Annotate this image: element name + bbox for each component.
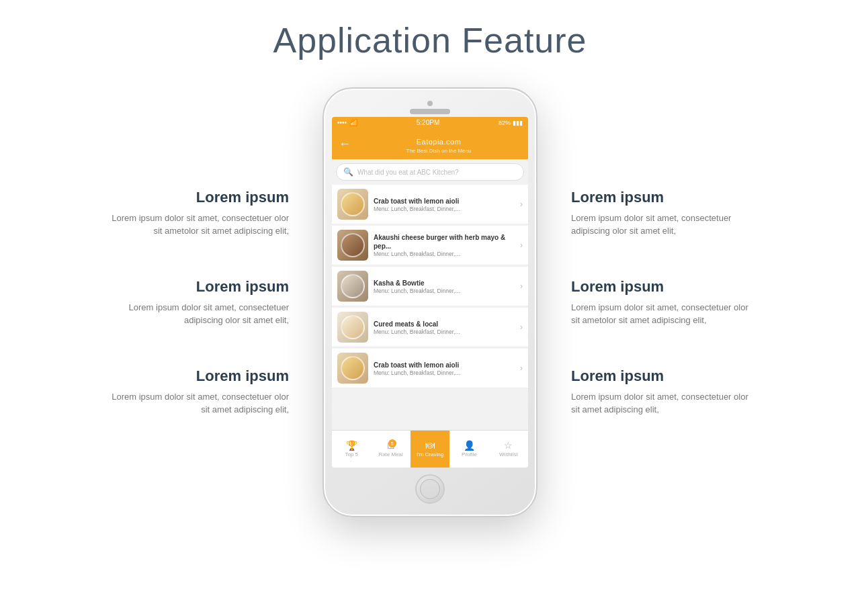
list-item[interactable]: Crab toast with lemon aioli Menu: Lunch,…: [332, 349, 528, 388]
food-menu-2: Menu: Lunch, Breakfast, Dinner,...: [374, 251, 515, 257]
nav-ratemeal-icon-wrap: ⊞ 5: [387, 441, 395, 450]
nav-ratemeal-label: Rate Meal: [378, 451, 402, 457]
food-menu-4: Menu: Lunch, Breakfast, Dinner,...: [374, 328, 515, 335]
app-logo: Eatopia.com The Best Dish on the Menu: [356, 134, 521, 154]
right-feature-1: Lorem ipsum Lorem ipsum dolor sit amet, …: [571, 189, 779, 238]
logo-name: Eatopia.com: [417, 134, 462, 148]
nav-imcraving-label: I'm Craving: [417, 451, 443, 457]
left-feature-3: Lorem ipsum Lorem ipsum dolor sit amet, …: [81, 367, 289, 416]
search-icon: 🔍: [343, 167, 353, 177]
nav-top5-label: Top 5: [345, 451, 358, 457]
food-info-3: Kasha & Bowtie Menu: Lunch, Breakfast, D…: [374, 279, 515, 294]
food-image-2: [337, 230, 368, 261]
main-layout: Lorem ipsum Lorem ipsum dolor sit amet, …: [27, 87, 833, 517]
food-menu-5: Menu: Lunch, Breakfast, Dinner,...: [374, 369, 515, 376]
logo-name-text: Eatopia: [417, 138, 444, 146]
profile-icon: 👤: [464, 441, 475, 450]
food-info-5: Crab toast with lemon aioli Menu: Lunch,…: [374, 361, 515, 376]
nav-imcraving[interactable]: 🍽 I'm Craving: [411, 431, 449, 468]
food-name-2: Akaushi cheese burger with herb mayo & p…: [374, 233, 515, 251]
food-name-5: Crab toast with lemon aioli: [374, 361, 515, 369]
right-features: Lorem ipsum Lorem ipsum dolor sit amet, …: [571, 189, 779, 416]
list-item[interactable]: Cured meats & local Menu: Lunch, Breakfa…: [332, 308, 528, 347]
nav-wishlist[interactable]: ☆ Wishlist: [489, 431, 528, 468]
left-feature-1: Lorem ipsum Lorem ipsum dolor sit amet, …: [81, 189, 289, 238]
status-bar: •••• 📶 5:20PM 82% ▮▮▮: [332, 117, 528, 128]
left-feature-2-desc: Lorem ipsum dolor sit amet, consectetuer…: [108, 301, 289, 327]
phone-mockup: •••• 📶 5:20PM 82% ▮▮▮ ← Eatopia.com: [322, 87, 538, 517]
status-right: 82% ▮▮▮: [499, 120, 523, 126]
food-menu-3: Menu: Lunch, Breakfast, Dinner,...: [374, 288, 515, 294]
search-placeholder: What did you eat at ABC Kitchen?: [357, 169, 459, 176]
logo-tld: .com: [443, 138, 461, 146]
list-item[interactable]: Crab toast with lemon aioli Menu: Lunch,…: [332, 185, 528, 224]
food-menu-1: Menu: Lunch, Breakfast, Dinner,...: [374, 206, 515, 212]
search-bar[interactable]: 🔍 What did you eat at ABC Kitchen?: [336, 163, 524, 181]
food-image-3: [337, 271, 368, 302]
list-item[interactable]: Kasha & Bowtie Menu: Lunch, Breakfast, D…: [332, 267, 528, 306]
wifi-icon: 📶: [349, 119, 357, 126]
left-feature-3-title: Lorem ipsum: [196, 367, 289, 385]
right-feature-2: Lorem ipsum Lorem ipsum dolor sit amet, …: [571, 278, 779, 327]
phone-speaker-dot: [427, 101, 433, 106]
logo-subtitle: The Best Dish on the Menu: [406, 148, 472, 154]
chevron-right-icon: ›: [520, 240, 523, 250]
food-info-1: Crab toast with lemon aioli Menu: Lunch,…: [374, 197, 515, 212]
left-features: Lorem ipsum Lorem ipsum dolor sit amet, …: [81, 189, 289, 416]
nav-profile-label: Profile: [462, 451, 477, 457]
food-name-3: Kasha & Bowtie: [374, 279, 515, 288]
left-feature-1-desc: Lorem ipsum dolor sit amet, consectetuer…: [108, 212, 289, 238]
battery-pct: 82%: [499, 120, 511, 126]
chevron-right-icon: ›: [520, 200, 523, 209]
food-image-5: [337, 353, 368, 384]
trophy-icon: 🏆: [346, 441, 357, 450]
left-feature-2: Lorem ipsum Lorem ipsum dolor sit amet, …: [81, 278, 289, 327]
bottom-nav: 🏆 Top 5 ⊞ 5 Rate Meal 🍽 I'm Craving: [332, 430, 528, 468]
ratemeal-badge: 5: [388, 439, 396, 447]
right-feature-3: Lorem ipsum Lorem ipsum dolor sit amet, …: [571, 367, 779, 416]
home-button[interactable]: [415, 474, 445, 504]
battery-icon: ▮▮▮: [513, 120, 523, 126]
status-left: •••• 📶: [337, 119, 357, 126]
craving-icon: 🍽: [425, 441, 435, 450]
home-button-inner: [420, 479, 440, 499]
nav-top5[interactable]: 🏆 Top 5: [332, 431, 371, 468]
nav-ratemeal[interactable]: ⊞ 5 Rate Meal: [371, 431, 410, 468]
food-info-2: Akaushi cheese burger with herb mayo & p…: [374, 233, 515, 257]
chevron-right-icon: ›: [520, 322, 523, 332]
status-time: 5:20PM: [417, 119, 439, 126]
phone-container: •••• 📶 5:20PM 82% ▮▮▮ ← Eatopia.com: [316, 87, 544, 517]
status-dots: ••••: [337, 119, 347, 126]
wishlist-icon: ☆: [504, 441, 513, 450]
back-button[interactable]: ←: [339, 137, 351, 151]
left-feature-3-desc: Lorem ipsum dolor sit amet, consectetuer…: [108, 390, 289, 416]
right-feature-2-title: Lorem ipsum: [571, 278, 664, 296]
chevron-right-icon: ›: [520, 281, 523, 291]
list-item[interactable]: Akaushi cheese burger with herb mayo & p…: [332, 226, 528, 265]
phone-screen: •••• 📶 5:20PM 82% ▮▮▮ ← Eatopia.com: [332, 117, 528, 468]
nav-profile[interactable]: 👤 Profile: [449, 431, 488, 468]
food-image-4: [337, 312, 368, 343]
right-feature-1-title: Lorem ipsum: [571, 189, 664, 206]
right-feature-1-desc: Lorem ipsum dolor sit amet, consectetuer…: [571, 212, 752, 238]
nav-wishlist-label: Wishlist: [499, 451, 518, 457]
food-info-4: Cured meats & local Menu: Lunch, Breakfa…: [374, 320, 515, 335]
screen-header: ← Eatopia.com The Best Dish on the Menu: [332, 128, 528, 159]
food-name-1: Crab toast with lemon aioli: [374, 197, 515, 206]
food-image-1: [337, 189, 368, 220]
food-list: Crab toast with lemon aioli Menu: Lunch,…: [332, 185, 528, 430]
chevron-right-icon: ›: [520, 363, 523, 373]
right-feature-3-desc: Lorem ipsum dolor sit amet, consectetuer…: [571, 390, 752, 416]
food-name-4: Cured meats & local: [374, 320, 515, 328]
left-feature-2-title: Lorem ipsum: [196, 278, 289, 296]
page-title: Application Feature: [273, 20, 587, 60]
left-feature-1-title: Lorem ipsum: [196, 189, 289, 206]
right-feature-3-title: Lorem ipsum: [571, 367, 664, 385]
phone-speaker: [410, 109, 450, 114]
right-feature-2-desc: Lorem ipsum dolor sit amet, consectetuer…: [571, 301, 752, 327]
